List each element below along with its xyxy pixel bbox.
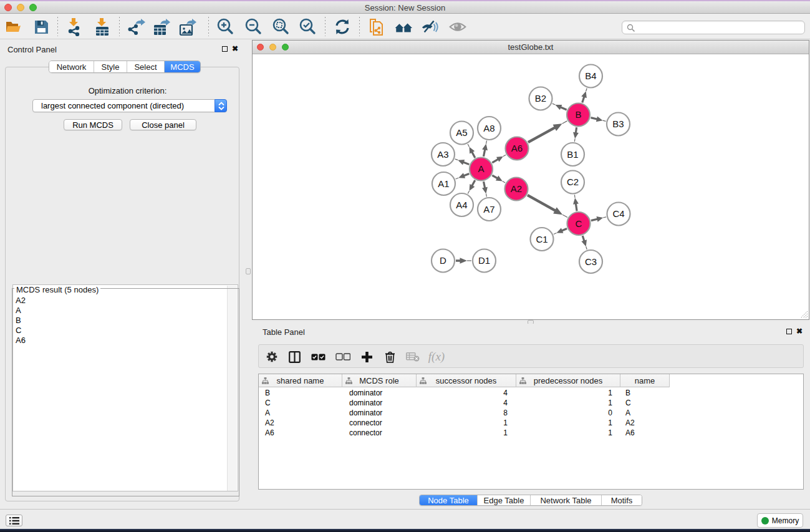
graph-edge-A-A5[interactable]: [468, 144, 475, 158]
column-header-mcds-role[interactable]: MCDS role: [342, 374, 417, 387]
table-row[interactable]: A2connector11A2: [259, 418, 803, 428]
table-row[interactable]: A6connector11A6: [259, 428, 803, 438]
mcds-result-item[interactable]: B: [13, 316, 238, 326]
graph-node-B3[interactable]: B3: [607, 113, 630, 136]
table-settings-button[interactable]: [263, 345, 281, 369]
tab-network-table[interactable]: Network Table: [531, 495, 602, 505]
table-row[interactable]: Adominator80A: [259, 408, 803, 418]
function-builder-button[interactable]: f(x): [425, 345, 448, 369]
graph-node-C[interactable]: C: [567, 212, 591, 235]
graph-edge-A6-B[interactable]: [528, 121, 567, 142]
zoom-in-button[interactable]: [216, 17, 234, 36]
import-network-button[interactable]: [65, 17, 84, 36]
graph-edge-A-A8[interactable]: [482, 141, 488, 157]
column-header-predecessor-nodes[interactable]: predecessor nodes: [516, 374, 620, 387]
graph-edge-D-D1[interactable]: [456, 258, 471, 264]
table-row[interactable]: Cdominator41C: [259, 398, 803, 408]
tab-style[interactable]: Style: [94, 61, 127, 72]
graph-edge-B-B2[interactable]: [552, 104, 567, 110]
network-window-titlebar[interactable]: testGlobe.txt: [253, 41, 809, 54]
graph-node-C4[interactable]: C4: [607, 203, 630, 226]
graph-node-A5[interactable]: A5: [450, 122, 473, 145]
graph-node-D[interactable]: D: [432, 249, 455, 273]
close-panel-icon[interactable]: ✖: [232, 46, 238, 52]
delete-column-button[interactable]: [380, 345, 399, 369]
graph-edge-A-A6[interactable]: [492, 155, 506, 163]
zoom-fit-button[interactable]: [271, 17, 290, 36]
mcds-result-item[interactable]: A6: [13, 336, 238, 346]
graph-node-A1[interactable]: A1: [432, 172, 455, 195]
network-canvas[interactable]: B4B2BB3A8A5A6A3B1AC2A1A2A4A7C4CC1C3DD1: [253, 55, 809, 319]
graph-edge-A2-C[interactable]: [528, 195, 567, 218]
graph-node-D1[interactable]: D1: [473, 249, 496, 273]
window-resize-grip[interactable]: [800, 311, 808, 319]
graph-edge-B-B1[interactable]: [573, 127, 579, 142]
show-details-button[interactable]: [448, 17, 467, 36]
zoom-out-button[interactable]: [244, 17, 263, 36]
table-row[interactable]: Bdominator41B: [259, 388, 803, 398]
export-table-button[interactable]: [153, 17, 171, 36]
tab-network[interactable]: Network: [49, 61, 94, 72]
column-header-name[interactable]: name: [620, 374, 670, 387]
show-home-button[interactable]: [394, 17, 413, 36]
mcds-result-item[interactable]: C: [13, 326, 238, 336]
graph-edge-C-C1[interactable]: [554, 228, 567, 235]
graph-edge-B-B3[interactable]: [591, 117, 605, 122]
tab-mcds[interactable]: MCDS: [165, 61, 200, 72]
graph-node-A6[interactable]: A6: [506, 137, 529, 160]
float-panel-icon[interactable]: [222, 46, 228, 52]
graph-edge-A-A2[interactable]: [492, 175, 505, 183]
export-network-button[interactable]: [128, 17, 147, 36]
open-session-button[interactable]: [4, 17, 22, 36]
show-columns-button[interactable]: [285, 345, 304, 369]
delete-table-button[interactable]: [403, 345, 422, 369]
unselect-all-columns-button[interactable]: [334, 345, 352, 369]
graph-node-B[interactable]: B: [567, 104, 590, 127]
graph-edge-C-C3[interactable]: [581, 236, 587, 249]
graph-node-A3[interactable]: A3: [432, 143, 455, 166]
export-image-button[interactable]: [179, 17, 198, 36]
graph-edge-A-A7[interactable]: [482, 181, 488, 196]
graph-edge-C-C4[interactable]: [591, 216, 606, 222]
mcds-result-item[interactable]: A: [13, 306, 238, 316]
create-column-button[interactable]: [357, 345, 376, 369]
graph-edge-A-A4[interactable]: [468, 180, 475, 193]
column-header-successor-nodes[interactable]: successor nodes: [417, 374, 516, 387]
graph-edge-A-A1[interactable]: [456, 173, 470, 179]
tab-motifs[interactable]: Motifs: [602, 495, 642, 505]
search-input[interactable]: [637, 22, 799, 33]
memory-button[interactable]: Memory: [757, 513, 803, 528]
tab-select[interactable]: Select: [127, 61, 165, 72]
graph-edge-A-A3[interactable]: [455, 159, 470, 165]
graph-node-C3[interactable]: C3: [579, 250, 602, 273]
hide-details-button[interactable]: [421, 17, 440, 36]
graph-node-A8[interactable]: A8: [478, 117, 501, 140]
mcds-result-list[interactable]: A2 A B C A6: [12, 284, 238, 491]
graph-node-A[interactable]: A: [470, 158, 493, 181]
graph-edge-C-C2[interactable]: [573, 195, 579, 211]
graph-node-C2[interactable]: C2: [561, 171, 584, 194]
clone-network-button[interactable]: [367, 17, 385, 36]
column-header-shared-name[interactable]: shared name: [259, 374, 342, 387]
float-table-panel-icon[interactable]: [786, 329, 792, 334]
tab-edge-table[interactable]: Edge Table: [478, 495, 531, 505]
graph-node-B4[interactable]: B4: [579, 65, 602, 88]
criterion-dropdown[interactable]: largest connected component (directed): [32, 99, 227, 112]
vertical-split-handle[interactable]: [246, 268, 251, 274]
graph-edge-B-B4[interactable]: [581, 89, 587, 103]
select-all-columns-button[interactable]: [309, 345, 327, 369]
run-mcds-button[interactable]: Run MCDS: [64, 119, 122, 130]
import-table-button[interactable]: [93, 17, 112, 36]
zoom-selected-button[interactable]: [298, 17, 317, 36]
graph-node-C1[interactable]: C1: [531, 228, 554, 251]
mcds-result-item[interactable]: A2: [13, 296, 238, 306]
tab-node-table[interactable]: Node Table: [420, 495, 478, 505]
result-scrollbar[interactable]: [227, 286, 237, 491]
graph-node-B1[interactable]: B1: [561, 143, 584, 166]
graph-node-A7[interactable]: A7: [478, 198, 501, 221]
graph-node-A2[interactable]: A2: [505, 178, 528, 201]
apply-layout-button[interactable]: [333, 17, 352, 36]
close-table-panel-icon[interactable]: ✖: [796, 328, 803, 334]
save-session-button[interactable]: [32, 17, 51, 36]
graph-node-B2[interactable]: B2: [529, 87, 552, 110]
